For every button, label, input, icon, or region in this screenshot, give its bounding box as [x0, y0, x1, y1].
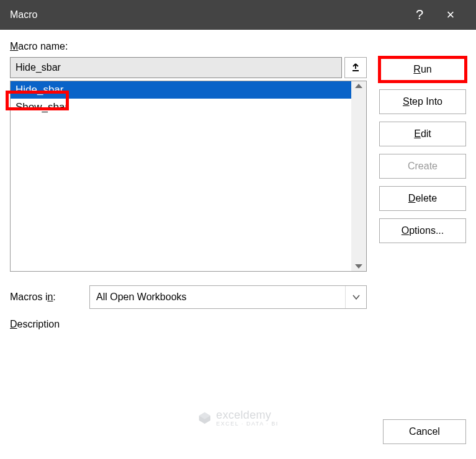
window-title: Macro [10, 9, 404, 20]
watermark-logo-icon [197, 411, 211, 425]
macros-in-row: Macros in: All Open Workbooks [10, 285, 367, 309]
refedit-icon [351, 63, 361, 73]
watermark: exceldemy EXCEL · DATA · BI [197, 409, 278, 427]
scroll-down-arrow-icon[interactable] [355, 264, 362, 269]
dialog-content: Macro name: Hide_sbar Show_sbar [0, 30, 476, 378]
macro-list[interactable]: Hide_sbar Show_sbar [11, 81, 351, 271]
right-column: Run Step Into Edit Create Delete Options… [379, 41, 466, 367]
edit-button[interactable]: Edit [379, 122, 466, 146]
macros-in-label: Macros in: [10, 292, 83, 303]
close-icon[interactable]: × [435, 7, 466, 23]
description-area [10, 330, 367, 367]
refedit-button[interactable] [344, 57, 367, 78]
list-item[interactable]: Show_sbar [11, 99, 351, 116]
delete-button[interactable]: Delete [379, 186, 466, 211]
listbox-scrollbar[interactable] [351, 81, 366, 271]
scroll-up-arrow-icon[interactable] [355, 84, 362, 88]
chevron-down-icon[interactable] [345, 286, 366, 308]
watermark-brand: exceldemy [216, 409, 271, 421]
description-label: Description [10, 319, 367, 330]
options-button[interactable]: Options... [379, 218, 466, 243]
create-button: Create [379, 154, 466, 179]
step-into-button[interactable]: Step Into [379, 89, 466, 114]
svg-rect-0 [353, 70, 359, 71]
dialog-footer: Cancel [383, 419, 466, 444]
list-item[interactable]: Hide_sbar [11, 81, 351, 99]
titlebar: Macro ? × [0, 0, 476, 30]
macros-in-select[interactable]: All Open Workbooks [89, 285, 367, 309]
help-icon[interactable]: ? [404, 7, 435, 23]
left-column: Macro name: Hide_sbar Show_sbar [10, 41, 367, 367]
cancel-button[interactable]: Cancel [383, 419, 466, 444]
run-button[interactable]: Run [379, 57, 466, 82]
macro-name-input[interactable] [10, 57, 342, 78]
macros-in-value: All Open Workbooks [90, 286, 345, 308]
macro-name-label: Macro name: [10, 41, 367, 52]
watermark-tagline: EXCEL · DATA · BI [216, 421, 278, 427]
macro-listbox: Hide_sbar Show_sbar [10, 81, 367, 272]
macro-name-row [10, 57, 367, 78]
